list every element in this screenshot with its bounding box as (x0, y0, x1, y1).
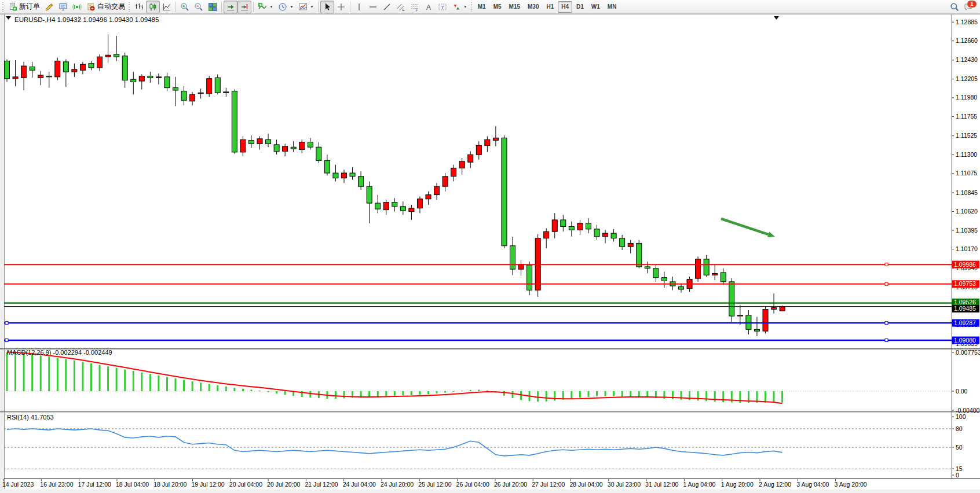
candle (13, 77, 18, 79)
price-axis-label: 1.10395 (956, 227, 978, 234)
timeframe-m5[interactable]: M5 (490, 1, 505, 13)
rsi-axis-label: 50 (956, 444, 963, 451)
text-button[interactable]: A (422, 1, 436, 13)
timeframe-w1[interactable]: W1 (588, 1, 604, 13)
candle (729, 282, 734, 316)
cursor-button[interactable] (320, 1, 334, 13)
new-order-button[interactable]: 新订单 (6, 1, 42, 13)
candle (763, 310, 768, 332)
candle (232, 91, 237, 152)
macd-bar (630, 391, 631, 397)
candle (459, 161, 465, 168)
vertical-line-button[interactable] (352, 1, 366, 13)
macd-bar (6, 352, 8, 391)
trendline-button[interactable] (380, 1, 394, 13)
candle (131, 79, 136, 82)
channel-icon: E (396, 2, 405, 12)
macd-bar (419, 391, 420, 395)
styler-button[interactable] (42, 1, 56, 13)
tile-windows-button[interactable] (206, 1, 220, 13)
auto-trading-label: 自动交易 (97, 2, 125, 12)
arrows-button[interactable]: ▼ (449, 1, 470, 13)
line-handle[interactable] (885, 322, 888, 325)
signals-button[interactable] (70, 1, 84, 13)
candle (653, 268, 659, 278)
macd-bar (571, 391, 572, 399)
metaeditor-button[interactable] (56, 1, 70, 13)
rsi-label: RSI(14) 41.7053 (7, 414, 54, 421)
timeframe-d1[interactable]: D1 (573, 1, 587, 13)
auto-trading-button[interactable]: 自动交易 (84, 1, 127, 13)
line-handle[interactable] (885, 263, 888, 266)
time-axis-label: 3 Aug 04:00 (796, 481, 829, 488)
timeframe-h1[interactable]: H1 (543, 1, 557, 13)
time-axis-label: 26 Jul 20:00 (494, 481, 527, 488)
timeframe-m30[interactable]: M30 (524, 1, 542, 13)
candle (316, 147, 321, 160)
notifications-button[interactable]: 1 (964, 2, 973, 12)
horizontal-line-button[interactable] (366, 1, 380, 13)
timeframe-m15[interactable]: M15 (506, 1, 524, 13)
candle (72, 69, 77, 72)
candlestick-chart-button[interactable] (146, 1, 160, 13)
macd-bar (427, 391, 429, 394)
chart-background[interactable] (0, 14, 980, 493)
fibonacci-button[interactable]: F (408, 1, 422, 13)
timeframe-mn[interactable]: MN (604, 1, 620, 13)
svg-text:A: A (426, 3, 431, 11)
candle (661, 278, 667, 281)
text-label-button[interactable]: T (436, 1, 449, 13)
candle (215, 78, 220, 93)
line-handle[interactable] (885, 282, 888, 285)
line-handle[interactable] (5, 339, 8, 342)
chart-shift-icon (240, 2, 249, 12)
time-axis-label: 25 Jul 12:00 (418, 481, 451, 488)
auto-scroll-button[interactable] (224, 1, 237, 13)
candle (443, 176, 448, 186)
svg-text:T: T (441, 4, 444, 10)
rsi-axis-label: 100 (956, 413, 966, 420)
templates-button[interactable]: ▼ (296, 1, 316, 13)
bar-chart-button[interactable] (132, 1, 146, 13)
line-chart-button[interactable] (160, 1, 174, 13)
timeframe-h4[interactable]: H4 (558, 1, 572, 13)
candle (561, 220, 566, 227)
candle (299, 142, 305, 150)
candle (502, 138, 507, 245)
time-axis-label: 24 Jul 20:00 (381, 481, 414, 488)
candle (645, 267, 650, 268)
price-axis-label: 1.12430 (956, 56, 978, 63)
macd-bar (149, 374, 151, 391)
zoom-out-button[interactable] (192, 1, 206, 13)
line-handle[interactable] (885, 339, 888, 342)
candle (569, 227, 574, 230)
zoom-in-button[interactable] (178, 1, 192, 13)
macd-axis-label: 0.00 (956, 388, 968, 395)
candle (181, 91, 187, 100)
candle (409, 208, 414, 212)
candle (485, 139, 490, 145)
time-axis-label: 1 Aug 20:00 (721, 481, 754, 488)
auto-trading-icon (86, 2, 96, 12)
candle (333, 173, 338, 178)
chart-canvas[interactable]: 1.128851.126601.124301.122051.119801.117… (0, 0, 980, 493)
candle (359, 176, 364, 186)
equidistant-channel-button[interactable]: E (394, 1, 408, 13)
indicators-button[interactable]: ▼ (255, 1, 276, 13)
macd-bar (402, 391, 404, 395)
tile-windows-icon (208, 2, 217, 12)
candle (417, 199, 422, 208)
search-icon[interactable] (950, 2, 959, 12)
left-gutter (0, 14, 4, 493)
macd-bar (453, 391, 455, 392)
chart-shift-button[interactable] (237, 1, 251, 13)
candle (207, 79, 212, 94)
macd-bar (209, 384, 210, 391)
periods-button[interactable]: ▼ (276, 1, 296, 13)
timeframe-m1[interactable]: M1 (474, 1, 489, 13)
candle (611, 233, 616, 238)
candle (21, 66, 27, 78)
crosshair-button[interactable] (334, 1, 348, 13)
line-handle[interactable] (5, 322, 8, 325)
candle (721, 273, 726, 282)
